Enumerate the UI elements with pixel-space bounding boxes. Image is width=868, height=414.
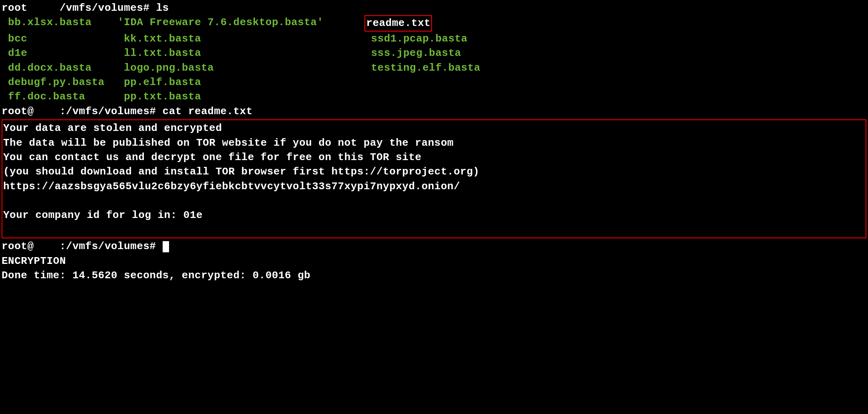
file-listing-row: debugf.py.basta pp.elf.basta (2, 75, 866, 89)
ransom-text-line: The data will be published on TOR websit… (2, 136, 866, 150)
prompt-line-cat: root@ :/vmfs/volumes# cat readme.txt (2, 104, 866, 119)
prompt-command: cat readme.txt (163, 105, 253, 117)
prompt-line-ls: root /vmfs/volumes# ls (2, 1, 866, 15)
prompt-path: :/vmfs/volumes# (60, 105, 156, 117)
prompt-user: root@ (2, 240, 34, 252)
file-listing-row: bb.xlsx.basta 'IDA Freeware 7.6.desktop.… (2, 15, 866, 31)
file-item: 'IDA Freeware 7.6.desktop.basta' (117, 15, 345, 31)
file-item: dd.docx.basta (2, 61, 117, 75)
prompt-command: ls (156, 2, 169, 14)
ransom-text-line: (you should download and install TOR bro… (2, 164, 866, 179)
file-item-highlighted: readme.txt (345, 15, 432, 31)
file-item: pp.txt.basta (117, 89, 345, 104)
file-item: kk.txt.basta (117, 32, 345, 46)
file-item: testing.elf.basta (345, 61, 480, 75)
prompt-user: root (2, 2, 27, 14)
status-encryption-label: ENCRYPTION (2, 254, 866, 268)
ransom-text-line: You can contact us and decrypt one file … (2, 150, 866, 164)
file-item: sss.jpeg.basta (345, 46, 461, 60)
ransom-text-line: https://aazsbsgya565vlu2c6bzy6yfiebkcbtv… (2, 179, 866, 194)
file-item: logo.png.basta (117, 61, 345, 75)
file-item: bb.xlsx.basta (2, 15, 117, 31)
file-listing-row: ff.doc.basta pp.txt.basta (2, 89, 866, 104)
ransom-text-line (2, 194, 866, 208)
file-item: ssd1.pcap.basta (345, 32, 468, 46)
readme-highlight: readme.txt (364, 15, 432, 31)
file-listing-row: bcc kk.txt.basta ssd1.pcap.basta (2, 32, 866, 46)
file-listing-row: d1e ll.txt.basta sss.jpeg.basta (2, 46, 866, 60)
terminal-output[interactable]: root /vmfs/volumes# ls bb.xlsx.basta 'ID… (0, 0, 868, 283)
file-item: bcc (2, 32, 117, 46)
prompt-line-current[interactable]: root@ :/vmfs/volumes# (2, 239, 866, 254)
prompt-user: root@ (2, 105, 34, 117)
ransom-text-line: Your company id for log in: 01e (2, 208, 866, 222)
file-item: pp.elf.basta (117, 75, 345, 89)
status-done-time: Done time: 14.5620 seconds, encrypted: 0… (2, 268, 866, 283)
prompt-path: /vmfs/volumes# (60, 2, 149, 14)
file-item: debugf.py.basta (2, 75, 117, 89)
ransom-text-line: Your data are stolen and encrypted (2, 121, 866, 135)
ransom-note-box: Your data are stolen and encrypted The d… (2, 119, 866, 238)
cursor-icon (163, 241, 169, 252)
file-item: ll.txt.basta (117, 46, 345, 60)
file-item: ff.doc.basta (2, 89, 117, 104)
prompt-path: :/vmfs/volumes# (60, 240, 156, 252)
file-item: d1e (2, 46, 117, 60)
file-listing-row: dd.docx.basta logo.png.basta testing.elf… (2, 61, 866, 75)
